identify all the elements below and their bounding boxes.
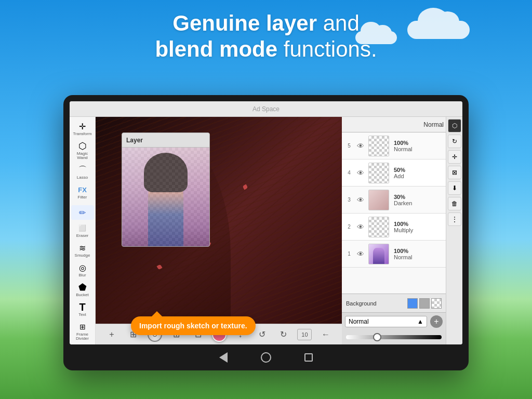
canvas-area[interactable]: Layer	[96, 117, 342, 344]
layer-panel-container: Normal 5 👁 100% Normal	[342, 117, 446, 344]
layer-2-mode: Multiply	[394, 227, 444, 233]
blur-label: Blur	[78, 273, 86, 277]
right-action-panel: ⬡ ↻ ✛ ⊠ ⬇ 🗑 ⋮	[446, 117, 462, 344]
android-recents-btn[interactable]	[303, 352, 314, 363]
tool-magic-wand[interactable]: ⬡ Magic Wand	[71, 139, 94, 162]
action-btn-5[interactable]: ⬇	[448, 181, 461, 195]
action-btn-2[interactable]: ↻	[448, 135, 461, 148]
layer-1-opacity: 100%	[394, 248, 444, 254]
layer-4-info: 50% Add	[391, 167, 444, 179]
filter-icon: FX	[77, 184, 88, 195]
layer-list: 5 👁 100% Normal 4	[342, 132, 446, 294]
tool-frame-divider[interactable]: ⊞ Frame Divider	[71, 320, 94, 342]
layer-4-visibility[interactable]: 👁	[354, 167, 367, 179]
tool-text[interactable]: T Text	[71, 300, 94, 318]
opacity-row	[342, 330, 446, 344]
tool-lasso[interactable]: ⌒ Lasso	[71, 163, 94, 181]
action-btn-4[interactable]: ⊠	[448, 166, 461, 179]
layer-3-num: 3	[344, 197, 354, 203]
main-area: ✛ Transform ⬡ Magic Wand ⌒ Lasso FX	[70, 117, 462, 344]
layer-row-2[interactable]: 2 👁 100% Multiply	[342, 214, 446, 241]
back-btn[interactable]: ←	[318, 327, 334, 342]
tool-pen[interactable]: ✏	[71, 205, 94, 220]
blend-mode-top-label: Normal	[423, 121, 444, 128]
layer-1-visibility[interactable]: 👁	[354, 248, 367, 260]
pen-icon: ✏	[77, 207, 88, 218]
blend-mode-selector[interactable]: Normal ▲	[345, 316, 427, 327]
background-label: Background	[346, 300, 377, 307]
layer-row-1[interactable]: 1 👁 100% Normal	[342, 241, 446, 268]
tooltip-text: Import rough sketch or texture.	[139, 322, 247, 330]
layer-4-opacity: 50%	[394, 167, 444, 173]
add-layer-btn[interactable]: +	[104, 327, 119, 342]
eraser-icon: ⬜	[77, 222, 88, 234]
layer-5-info: 100% Normal	[391, 140, 444, 152]
layer-row-5[interactable]: 5 👁 100% Normal	[342, 132, 446, 159]
layer-4-mode: Add	[394, 173, 444, 179]
android-navbar	[70, 344, 462, 370]
action-btn-1[interactable]: ⬡	[448, 119, 461, 132]
tool-bucket[interactable]: ⬟ Bucket	[71, 280, 94, 299]
tablet-device: Ad Space ✛ Transform ⬡ Magic Wand	[63, 95, 469, 370]
layer-2-visibility[interactable]: 👁	[354, 221, 367, 233]
layer-row-4[interactable]: 4 👁 50% Add	[342, 159, 446, 187]
layer-4-thumb	[368, 163, 389, 183]
action-btn-dots[interactable]: ⋮	[448, 212, 461, 226]
tool-transform[interactable]: ✛ Transform	[71, 119, 94, 138]
bg-swatch-transparent[interactable]	[431, 298, 442, 309]
layer-3-visibility[interactable]: 👁	[354, 194, 367, 206]
tablet-screen: Ad Space ✛ Transform ⬡ Magic Wand	[70, 101, 462, 344]
bg-swatch-gray[interactable]	[419, 298, 430, 309]
add-blend-btn[interactable]: +	[430, 315, 443, 328]
undo-btn[interactable]: ↺	[254, 327, 270, 342]
blend-mode-top-row: Normal	[342, 117, 446, 132]
android-back-icon	[219, 352, 228, 363]
lasso-label: Lasso	[77, 176, 88, 180]
headline-normal-1: and	[323, 11, 360, 35]
text-label: Text	[78, 313, 86, 317]
bg-swatches	[407, 298, 442, 309]
headline-line2: blend mode functions.	[0, 36, 532, 62]
layer-row-3[interactable]: 3 👁 30% Darken	[342, 187, 446, 214]
headline-bold-1: Genuine layer	[172, 11, 317, 35]
blend-mode-chevron: ▲	[417, 318, 423, 325]
action-btn-6[interactable]: 🗑	[448, 197, 461, 210]
opacity-slider[interactable]	[346, 335, 442, 339]
tool-filter[interactable]: FX Filter	[71, 182, 94, 201]
android-back-btn[interactable]	[218, 352, 229, 363]
lasso-icon: ⌒	[77, 164, 88, 176]
tool-eraser[interactable]: ⬜ Eraser	[71, 221, 94, 240]
layer-4-num: 4	[344, 170, 354, 176]
action-btn-3[interactable]: ✛	[448, 150, 461, 164]
tool-smudge[interactable]: ≋ Smudge	[71, 241, 94, 259]
blend-mode-value: Normal	[349, 318, 369, 325]
layer-5-mode: Normal	[394, 146, 444, 152]
ad-label: Ad Space	[252, 105, 280, 113]
layer-3-mode: Darken	[394, 200, 444, 206]
headline-line1: Genuine layer and	[0, 10, 532, 36]
layer-5-opacity: 100%	[394, 140, 444, 146]
layer-1-thumb	[368, 244, 389, 264]
zoom-indicator[interactable]: 10	[297, 329, 312, 340]
layer-1-mode: Normal	[394, 254, 444, 260]
bucket-label: Bucket	[76, 293, 88, 297]
layer-1-info: 100% Normal	[391, 248, 444, 260]
filter-label: Filter	[78, 195, 87, 200]
blend-mode-bar: Normal ▲ +	[342, 312, 446, 330]
smudge-label: Smudge	[75, 254, 90, 258]
layer-preview-title: Layer	[126, 137, 143, 144]
layer-3-opacity: 30%	[394, 194, 444, 200]
bg-swatch-blue[interactable]	[407, 298, 418, 309]
layer-2-num: 2	[344, 224, 354, 230]
left-toolbar: ✛ Transform ⬡ Magic Wand ⌒ Lasso FX	[70, 117, 96, 344]
redo-btn[interactable]: ↻	[276, 327, 291, 342]
layer-3-thumb	[368, 190, 389, 210]
smudge-icon: ≋	[77, 242, 88, 254]
layer-5-visibility[interactable]: 👁	[354, 140, 367, 152]
layer-3-info: 30% Darken	[391, 194, 444, 206]
tool-blur[interactable]: ◎ Blur	[71, 260, 94, 279]
headline-bold-2: blend mode	[155, 37, 277, 61]
transform-label: Transform	[73, 132, 91, 136]
android-home-btn[interactable]	[260, 352, 272, 363]
tablet-frame: Ad Space ✛ Transform ⬡ Magic Wand	[63, 95, 469, 370]
